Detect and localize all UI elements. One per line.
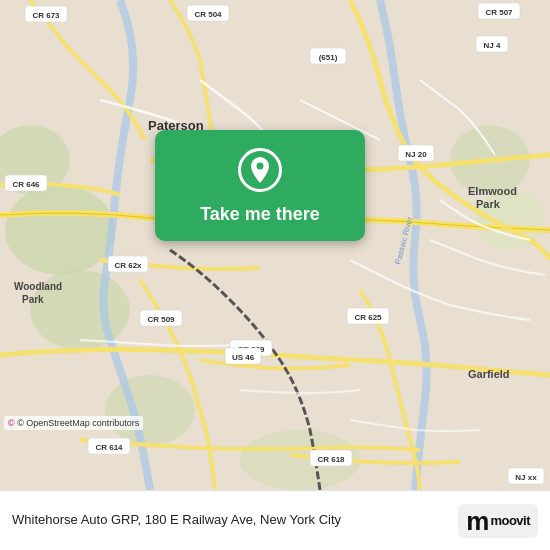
svg-text:CR 625: CR 625	[354, 313, 382, 322]
bottom-bar: Whitehorse Auto GRP, 180 E Railway Ave, …	[0, 490, 550, 550]
attribution-text: © OpenStreetMap contributors	[17, 418, 139, 428]
svg-text:CR 504: CR 504	[194, 10, 222, 19]
take-me-there-button[interactable]: Take me there	[155, 130, 365, 241]
take-me-there-label: Take me there	[200, 204, 320, 225]
attribution-bar: © © OpenStreetMap contributors	[4, 416, 143, 430]
moovit-m-letter: m	[466, 508, 489, 534]
svg-text:CR 614: CR 614	[95, 443, 123, 452]
location-pin-icon	[249, 157, 271, 183]
svg-text:US 46: US 46	[232, 353, 255, 362]
svg-text:CR 509: CR 509	[147, 315, 175, 324]
svg-text:Woodland: Woodland	[14, 281, 62, 292]
svg-text:Park: Park	[22, 294, 44, 305]
svg-point-6	[105, 375, 195, 445]
svg-text:Park: Park	[476, 198, 501, 210]
moovit-logo-box: m moovit	[458, 504, 538, 538]
location-text: Whitehorse Auto GRP, 180 E Railway Ave, …	[12, 512, 448, 529]
moovit-logo: m moovit	[458, 504, 538, 538]
svg-point-1	[5, 185, 115, 275]
map-container: CR 673 CR 504 CR 507 NJ 4 CR 646 I 80 NJ…	[0, 0, 550, 490]
svg-text:CR 618: CR 618	[317, 455, 345, 464]
svg-text:CR 507: CR 507	[485, 8, 513, 17]
svg-text:NJ 20: NJ 20	[405, 150, 427, 159]
moovit-wordmark: moovit	[490, 513, 530, 528]
svg-text:(651): (651)	[319, 53, 338, 62]
svg-point-47	[257, 163, 264, 170]
svg-text:NJ 4: NJ 4	[484, 41, 501, 50]
pin-icon-container	[238, 148, 282, 192]
svg-text:CR 62x: CR 62x	[114, 261, 142, 270]
svg-text:Garfield: Garfield	[468, 368, 510, 380]
svg-text:NJ xx: NJ xx	[515, 473, 537, 482]
svg-text:CR 673: CR 673	[32, 11, 60, 20]
svg-text:CR 646: CR 646	[12, 180, 40, 189]
svg-text:Elmwood: Elmwood	[468, 185, 517, 197]
